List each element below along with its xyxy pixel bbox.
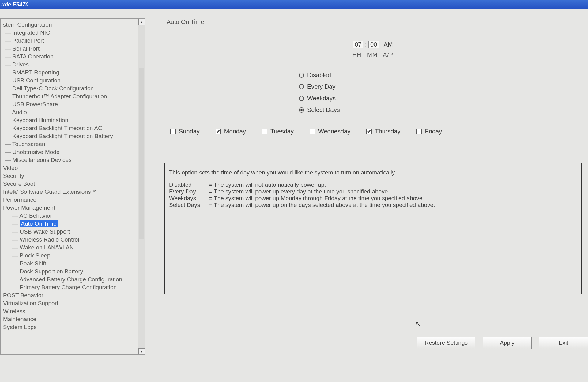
tree-item[interactable]: Miscellaneous Devices — [1, 156, 138, 164]
tree-item[interactable]: USB PowerShare — [1, 100, 138, 108]
tree-category[interactable]: Video — [1, 164, 138, 172]
tree-category[interactable]: Security — [1, 172, 138, 180]
checkbox-label: Sunday — [179, 128, 200, 135]
tree-category[interactable]: stem Configuration — [1, 21, 138, 29]
content-panel: Auto On Time 07 : 00 AM HH MM A/P Disabl… — [158, 18, 588, 355]
tree-item[interactable]: Drives — [1, 61, 138, 69]
description-intro: This option sets the time of day when yo… — [169, 169, 577, 176]
tree-item[interactable]: SATA Operation — [1, 53, 138, 61]
schedule-option[interactable]: Disabled — [299, 69, 582, 81]
tree-category[interactable]: Intel® Software Guard Extensions™ — [1, 188, 138, 196]
checkbox-icon[interactable]: ✔ — [216, 129, 221, 134]
fieldset-legend: Auto On Time — [164, 18, 206, 25]
schedule-radio-group: DisabledEvery DayWeekdaysSelect Days — [299, 69, 582, 116]
checkbox-icon[interactable] — [417, 129, 422, 134]
description-box: This option sets the time of day when yo… — [164, 163, 582, 294]
tree-item[interactable]: Wake on LAN/WLAN — [1, 244, 138, 252]
checkbox-label: Thursday — [375, 128, 400, 135]
scroll-down-button[interactable]: ▾ — [138, 348, 145, 354]
radio-icon[interactable] — [299, 96, 304, 101]
time-hh-input[interactable]: 07 — [353, 41, 363, 48]
time-input-row: 07 : 00 AM — [164, 41, 582, 48]
radio-icon[interactable] — [299, 84, 304, 89]
tree-item[interactable]: Auto On Time — [1, 220, 138, 228]
apply-button[interactable]: Apply — [483, 337, 532, 349]
radio-label: Weekdays — [307, 92, 336, 104]
checkbox-label: Friday — [425, 128, 442, 135]
schedule-option[interactable]: Every Day — [299, 81, 582, 92]
description-row: Every Day= The system will power up ever… — [169, 188, 577, 195]
tree-category[interactable]: Power Management — [1, 204, 138, 212]
day-checkbox-row: Sunday✔MondayTuesdayWednesday✔ThursdayFr… — [170, 128, 582, 135]
day-option[interactable]: Tuesday — [262, 128, 294, 135]
tree-category[interactable]: Secure Boot — [1, 180, 138, 188]
auto-on-time-fieldset: Auto On Time 07 : 00 AM HH MM A/P Disabl… — [158, 18, 588, 312]
scroll-thumb[interactable] — [139, 68, 144, 239]
day-option[interactable]: ✔Thursday — [366, 128, 400, 135]
tree-category[interactable]: System Logs — [1, 323, 138, 331]
window-title: ude E5470 — [1, 2, 28, 8]
radio-label: Select Days — [307, 104, 340, 116]
day-option[interactable]: Wednesday — [310, 128, 350, 135]
tree-item[interactable]: Keyboard Backlight Timeout on AC — [1, 124, 138, 132]
time-mm-input[interactable]: 00 — [368, 41, 379, 48]
radio-icon[interactable] — [299, 107, 304, 113]
checkbox-label: Monday — [224, 128, 246, 135]
day-option[interactable]: ✔Monday — [216, 128, 246, 135]
checkbox-icon[interactable] — [170, 129, 176, 134]
day-option[interactable]: Friday — [417, 128, 442, 135]
day-option[interactable]: Sunday — [170, 128, 200, 135]
scroll-up-button[interactable]: ▴ — [138, 19, 145, 25]
radio-label: Every Day — [307, 81, 335, 92]
tree-item[interactable]: Unobtrusive Mode — [1, 148, 138, 156]
tree-category[interactable]: Performance — [1, 196, 138, 204]
tree-item[interactable]: USB Configuration — [1, 77, 138, 84]
tree-item[interactable]: Dell Type-C Dock Configuration — [1, 84, 138, 92]
tree-category[interactable]: Virtualization Support — [1, 299, 138, 307]
description-row: Disabled= The system will not automatica… — [169, 182, 577, 188]
tree-category[interactable]: Wireless — [1, 307, 138, 315]
schedule-option[interactable]: Weekdays — [299, 92, 582, 104]
tree-category[interactable]: Maintenance — [1, 315, 138, 323]
settings-tree[interactable]: stem ConfigurationIntegrated NICParallel… — [1, 19, 138, 354]
checkbox-icon[interactable]: ✔ — [366, 129, 372, 134]
tree-scrollbar[interactable]: ▴ ▾ — [138, 19, 145, 354]
tree-item[interactable]: SMART Reporting — [1, 69, 138, 77]
tree-item[interactable]: Block Sleep — [1, 252, 138, 260]
description-row: Weekdays= The system will power up Monda… — [169, 195, 577, 202]
tree-item[interactable]: Audio — [1, 108, 138, 116]
tree-item[interactable]: AC Behavior — [1, 212, 138, 220]
exit-button[interactable]: Exit — [539, 337, 588, 349]
time-ampm-input[interactable]: AM — [384, 41, 393, 48]
description-table: Disabled= The system will not automatica… — [169, 182, 577, 208]
tree-item[interactable]: Peak Shift — [1, 260, 138, 268]
tree-item[interactable]: USB Wake Support — [1, 228, 138, 236]
tree-item[interactable]: Touchscreen — [1, 140, 138, 148]
tree-item[interactable]: Advanced Battery Charge Configuration — [1, 275, 138, 283]
checkbox-label: Wednesday — [318, 128, 350, 135]
tree-item[interactable]: Keyboard Illumination — [1, 116, 138, 124]
tree-item[interactable]: Thunderbolt™ Adapter Configuration — [1, 92, 138, 100]
settings-tree-panel: stem ConfigurationIntegrated NICParallel… — [0, 18, 145, 355]
restore-settings-button[interactable]: Restore Settings — [417, 337, 475, 349]
time-labels: HH MM A/P — [164, 51, 582, 58]
tree-item[interactable]: Integrated NIC — [1, 29, 138, 37]
checkbox-label: Tuesday — [270, 128, 294, 135]
radio-label: Disabled — [307, 69, 331, 81]
tree-item[interactable]: Keyboard Backlight Timeout on Battery — [1, 132, 138, 140]
tree-item[interactable]: Serial Port — [1, 45, 138, 53]
radio-icon[interactable] — [299, 73, 304, 78]
tree-item[interactable]: Parallel Port — [1, 37, 138, 45]
tree-item[interactable]: Primary Battery Charge Configuration — [1, 283, 138, 291]
footer-buttons: Restore Settings Apply Exit — [417, 337, 588, 349]
checkbox-icon[interactable] — [262, 129, 267, 134]
tree-item[interactable]: Wireless Radio Control — [1, 236, 138, 244]
schedule-option[interactable]: Select Days — [299, 104, 582, 116]
tree-category[interactable]: POST Behavior — [1, 291, 138, 299]
tree-item[interactable]: Dock Support on Battery — [1, 268, 138, 275]
window-titlebar: ude E5470 — [0, 0, 588, 9]
main-area: stem ConfigurationIntegrated NICParallel… — [0, 9, 588, 355]
checkbox-icon[interactable] — [310, 129, 315, 134]
cursor-icon: ↖ — [415, 320, 421, 328]
description-row: Select Days= The system will power up on… — [169, 202, 577, 208]
